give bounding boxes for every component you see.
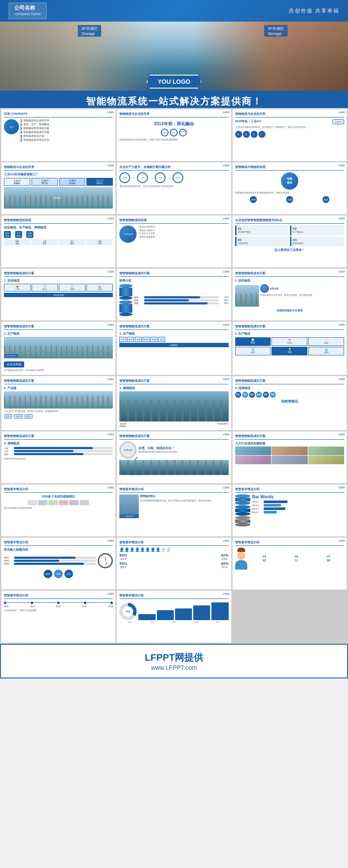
- slide-production-logo: LOGO: [223, 164, 230, 167]
- cyl-disk-1: [235, 494, 250, 498]
- ent-text-1: 供应链可视化: [238, 231, 288, 234]
- prod2-icon-4: 标签: [143, 337, 150, 342]
- person-2: 👤: [125, 548, 129, 552]
- photo-3: [308, 447, 344, 455]
- icons-title: 2. 生产物流: [235, 332, 344, 336]
- slide-group-intro-logo: LOGO: [223, 486, 230, 489]
- gear-row-2014: 信息化 产品化 企业融合: [119, 129, 228, 136]
- magnify-desc-block: 合理、分格、物流自动化！ 通过精细化管理实现物流全程自动化控制: [138, 446, 228, 454]
- arrow-2: →: [149, 175, 153, 180]
- arrow-3: →: [167, 175, 171, 180]
- timeline-desc: 公司持续成长，不断扩大业务规模: [4, 609, 113, 612]
- cyl-disk-2: [235, 501, 250, 505]
- step-2: 工业2.0电气化: [32, 178, 58, 186]
- grid-item-6: 🌐联网: [308, 347, 344, 355]
- purchase-auto-label: 供应自动化: [4, 293, 113, 297]
- grid-item-4: 🔄循环: [235, 347, 271, 355]
- storage-label-left: 3F存储区Storage: [78, 25, 101, 37]
- people-stat-1: 95% 满意度: [119, 553, 127, 561]
- bar-2012: [157, 610, 174, 620]
- slide-industry40-header: 智能物流与企业的关系: [4, 165, 113, 171]
- enterprise-4-grid: 01 供应链可视化 02 生产精益化 03 仓储智能化 04 配送高效化: [235, 225, 344, 246]
- industry-steps: 工业1.0机械化 工业2.0电气化 工业3.0自动化 工业4.0智能化: [4, 178, 113, 186]
- slide-supply: 智智智能物流的实现 LOGO 供应物流、生产物流、营销物流 供应物流 → 生产物…: [1, 215, 115, 267]
- metric-fill-2: [144, 299, 188, 301]
- impl1-desc: 智慧物流利用信息技术实现物流精准管控，降低运营成本: [235, 191, 344, 195]
- brand-logo-5: [69, 500, 79, 505]
- slide-2015-logo: LOGO: [338, 111, 345, 114]
- slide-chart: 智智基本情况介绍 LOGO 34% 2011 2012 2013 2014: [117, 591, 231, 643]
- analysis-title: 效果分析: [119, 279, 228, 283]
- slide-timeline: 智智基本情况介绍 LOGO 2011 2012 2013 2014 2015 公…: [1, 591, 115, 643]
- toc-item-5: 智智基本情况介绍: [21, 135, 49, 138]
- slide-2014: 智能物流与企业的关系 LOGO 2014年前：两化融合 信息化 产品化 企业融合…: [117, 109, 231, 161]
- storage2-items: 订单 入库 出库: [4, 447, 113, 456]
- step-num-06: 06: [270, 392, 276, 398]
- hex-num-01: 01: [281, 559, 312, 562]
- impl1-icon: 智慧物流: [235, 172, 344, 190]
- brand-logo-6: [80, 500, 89, 505]
- slide-warehouse1: 智智智能物流成功方案 LOGO 3. 储销物流 成品库(WMS) 大型超市PC: [117, 376, 231, 430]
- warehouse-label: 智能工厂: [54, 196, 63, 199]
- slide-icons: 智智智能物流成功方案 LOGO 2. 生产物流 📊数据 ⏰时效 📈效率 🔄循环 …: [233, 322, 347, 375]
- people-label-2: 复购率: [221, 558, 229, 561]
- metric-2: 成本 60%: [134, 299, 228, 301]
- slide-analysis-logo: LOGO: [223, 270, 230, 273]
- prod2-icons: 小车 输送 分拣 标签 扫描 追踪: [119, 337, 228, 342]
- year-2015-text: 2015年起：工业4.0: [235, 119, 261, 124]
- tl-year-2: 2012: [30, 605, 35, 608]
- group-name: 帮帮集团简介: [140, 494, 228, 498]
- globe-icon: [260, 284, 269, 293]
- bar-2013: [175, 608, 192, 620]
- purchase-icon-grid: 📦入库 🔍盘点 📋采购 🚛运输: [4, 284, 113, 291]
- input-prog-3: 项目3: [4, 562, 96, 565]
- person-8: 👤: [156, 548, 160, 552]
- ipl-3: 项目3: [4, 562, 13, 565]
- cy-2012: 2012: [150, 621, 154, 623]
- tl-line-1: [7, 602, 30, 603]
- hex-grid: 03 04 05 02 01 06: [249, 555, 344, 562]
- step-num-04: 04: [256, 392, 262, 398]
- s2-track-1: [14, 447, 113, 449]
- ent-text-2: 生产精益化: [293, 231, 343, 234]
- solution-icon-text: 方案 标准: [124, 233, 133, 235]
- prod3-title: 2. 产品链: [4, 386, 113, 390]
- tl-dot-2: [31, 602, 33, 604]
- hex-num-06: 06: [313, 559, 344, 562]
- bw-bar-4: [264, 511, 277, 513]
- s2-prog-3: 出库: [4, 453, 113, 456]
- ent-num-3: 03: [238, 238, 288, 242]
- ipt-1: [14, 557, 96, 559]
- magnifier-icon: 合理分格: [119, 441, 137, 459]
- slide-input: 智智基本情况介绍 LOGO 单击输入标题内容 项目1 项目2 项目3: [1, 538, 115, 589]
- hex-num-02: 02: [249, 559, 280, 562]
- s2-track-2: [14, 450, 113, 452]
- metric-label-1: 效率: [134, 296, 143, 298]
- slide-2014-logo: LOGO: [223, 111, 230, 114]
- bar-chart-group: [138, 601, 228, 620]
- flow-supply: 供应物流: [4, 231, 11, 238]
- slide-purchase-header: 智智智能物流成功方案: [4, 271, 113, 277]
- toc-item-2: 供应、生产、营销物流: [21, 123, 49, 126]
- company-logo: 公司名称 company name: [9, 3, 47, 19]
- toc-item-6: 智智物流基本情况文化: [21, 139, 49, 142]
- auto-inner-label: AGV自动导引: [5, 354, 18, 357]
- avatar-hair: [237, 548, 245, 552]
- grid-item-3: 📈效率: [308, 337, 344, 346]
- wh1-metric-2: 大型超市PC: [217, 422, 229, 428]
- avatar-head: [237, 552, 245, 560]
- ipt-3: [14, 563, 96, 565]
- grid-item-2: ⏰时效: [271, 337, 307, 346]
- person-7: 👤: [150, 548, 155, 552]
- metric-fill-3: [144, 302, 207, 304]
- supply-sub-1: 原料采购: [4, 239, 31, 245]
- prod2-title: 2. 生产物流: [119, 332, 228, 336]
- flow-title: 5. 流程物流: [235, 386, 344, 390]
- hero-logo-badge: YOU LOGO: [147, 75, 201, 89]
- clock-hand-min: [105, 561, 107, 564]
- bar-word-1: Word 1: [252, 501, 344, 503]
- brand-logo-1: [28, 500, 37, 505]
- bar-words-content: Bar Words Word 1 Word 2 Word 3: [235, 494, 344, 526]
- toc-circle-icon: 目录: [4, 119, 19, 134]
- toc-icon-label: 目录: [10, 126, 14, 128]
